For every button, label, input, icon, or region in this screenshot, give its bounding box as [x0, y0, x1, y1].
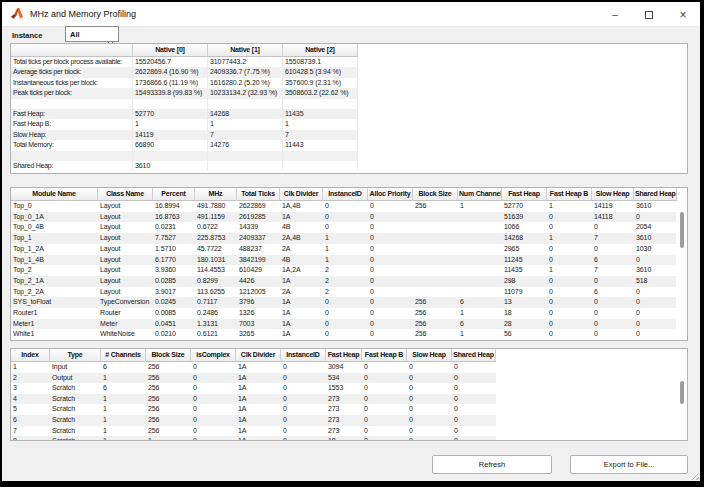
table-cell[interactable]: Top_0 — [11, 201, 98, 212]
table-cell[interactable] — [458, 212, 502, 223]
table-cell[interactable]: 15520456.7 — [133, 57, 208, 67]
table-cell[interactable]: 0 — [368, 308, 413, 319]
table-cell[interactable]: 0 — [281, 383, 326, 394]
table-row[interactable] — [11, 151, 358, 161]
table-cell[interactable]: 0 — [191, 404, 236, 415]
table-cell[interactable]: Total Memory: — [11, 140, 133, 150]
table-cell[interactable]: 0 — [368, 201, 413, 212]
table-cell[interactable]: 14268 — [502, 233, 547, 244]
table-cell[interactable]: Scratch — [50, 383, 101, 394]
table-row[interactable]: White1WhiteNoise0.02100.612132651A002561… — [11, 329, 677, 340]
table-cell[interactable]: 1A — [280, 308, 323, 319]
table-cell[interactable]: 0.7117 — [195, 297, 237, 308]
export-button[interactable]: Export to File... — [570, 455, 688, 474]
table-cell[interactable]: 610429 — [237, 265, 280, 276]
table-cell[interactable]: 7003 — [237, 319, 280, 330]
table-cell[interactable] — [413, 222, 458, 233]
table-cell[interactable]: 0 — [368, 276, 413, 287]
table-cell[interactable]: 0 — [368, 255, 413, 266]
table-cell[interactable]: 1A — [236, 436, 281, 441]
table-cell[interactable]: 0 — [634, 319, 677, 330]
table-cell[interactable]: 256 — [146, 362, 191, 373]
table-cell[interactable]: 256 — [146, 373, 191, 384]
table-cell[interactable]: 8 — [11, 436, 50, 441]
table-cell[interactable]: 256 — [413, 308, 458, 319]
table-cell[interactable]: 0 — [452, 362, 496, 373]
table-cell[interactable]: 0 — [407, 436, 452, 441]
table-cell[interactable]: 225.8753 — [195, 233, 237, 244]
table-cell[interactable] — [283, 99, 358, 109]
table-cell[interactable]: 256 — [146, 415, 191, 426]
table-cell[interactable]: 31077443.2 — [208, 57, 283, 67]
table-row[interactable]: Fast Heap B:111 — [11, 119, 358, 129]
table-cell[interactable]: 11245 — [502, 255, 547, 266]
table-cell[interactable]: 2A,4B — [280, 233, 323, 244]
table-cell[interactable]: 0 — [368, 297, 413, 308]
table-cell[interactable]: 298 — [502, 276, 547, 287]
table-cell[interactable]: 1326 — [237, 308, 280, 319]
table-cell[interactable]: 1 — [208, 119, 283, 129]
table-cell[interactable]: 0 — [368, 319, 413, 330]
table-cell[interactable]: 3796 — [237, 297, 280, 308]
table-cell[interactable]: 0 — [547, 308, 592, 319]
table-cell[interactable]: 6 — [458, 319, 502, 330]
table-row[interactable]: Fast Heap:527701426811435 — [11, 109, 358, 119]
table-cell[interactable] — [413, 287, 458, 298]
table-cell[interactable]: 518 — [634, 276, 677, 287]
table-cell[interactable]: 0 — [634, 212, 677, 223]
table-cell[interactable]: 0 — [407, 426, 452, 437]
table-cell[interactable]: 0 — [281, 394, 326, 405]
table-cell[interactable]: 1 — [101, 394, 146, 405]
table-cell[interactable]: 0.2486 — [195, 308, 237, 319]
table-cell[interactable]: 6 — [11, 415, 50, 426]
table-cell[interactable]: Top_2 — [11, 265, 98, 276]
table-row[interactable]: Shared Heap:3610 — [11, 161, 358, 171]
table-cell[interactable]: 1A — [280, 329, 323, 340]
table-cell[interactable]: White1 — [11, 329, 98, 340]
table-cell[interactable]: 0 — [362, 436, 407, 441]
table-cell[interactable]: 16.8994 — [153, 201, 195, 212]
table-row[interactable]: Top_0Layout16.8994491.788026228691A,4B00… — [11, 201, 677, 212]
table-cell[interactable]: 6 — [458, 297, 502, 308]
table-cell[interactable]: 1 — [101, 404, 146, 415]
table-cell[interactable]: Top_2_2A — [11, 287, 98, 298]
table-cell[interactable]: 1A — [280, 297, 323, 308]
table-cell[interactable] — [413, 265, 458, 276]
table-cell[interactable]: 1 — [101, 373, 146, 384]
table-row[interactable]: Slow Heap:1411977 — [11, 130, 358, 140]
table-cell[interactable]: 256 — [146, 404, 191, 415]
table-cell[interactable]: 28 — [502, 319, 547, 330]
table-cell[interactable]: 2A — [280, 244, 323, 255]
table-cell[interactable]: 0 — [362, 394, 407, 405]
table-cell[interactable]: 0 — [191, 383, 236, 394]
table-row[interactable]: Average ticks per block:2622869.4 (16.90… — [11, 67, 358, 77]
table-cell[interactable] — [208, 151, 283, 161]
table-cell[interactable]: 11443 — [283, 140, 358, 150]
table-cell[interactable]: 4426 — [237, 276, 280, 287]
table-cell[interactable]: Top_0_1A — [11, 212, 98, 223]
table-cell[interactable]: 1 — [547, 265, 592, 276]
table-cell[interactable]: 2965 — [502, 244, 547, 255]
table-cell[interactable]: 3508603.2 (22.62 %) — [283, 88, 358, 98]
table-row[interactable]: Router1Router0.00850.248613261A002561180… — [11, 308, 677, 319]
table-cell[interactable]: 1 — [146, 436, 191, 441]
table-cell[interactable]: 6 — [101, 383, 146, 394]
table-cell[interactable]: Top_2_1A — [11, 276, 98, 287]
table-cell[interactable]: 0 — [191, 373, 236, 384]
table-cell[interactable]: 0.0210 — [153, 329, 195, 340]
table-cell[interactable]: Layout — [98, 222, 153, 233]
table-row[interactable]: Top_2Layout3.9360114.45536104291A,2A2011… — [11, 265, 677, 276]
table-cell[interactable]: 1 — [283, 119, 358, 129]
table-cell[interactable]: 1 — [323, 255, 368, 266]
table-cell[interactable]: 18 — [326, 436, 362, 441]
table-cell[interactable]: 6 — [592, 255, 634, 266]
table-cell[interactable]: Layout — [98, 244, 153, 255]
table-cell[interactable]: WhiteNoise — [98, 329, 153, 340]
table-cell[interactable]: 1 — [323, 233, 368, 244]
table-cell[interactable]: 14119 — [133, 130, 208, 140]
table-cell[interactable]: 0 — [407, 404, 452, 415]
table-cell[interactable]: 2409336.7 (7.75 %) — [208, 67, 283, 77]
table-cell[interactable] — [413, 212, 458, 223]
table-cell[interactable]: 0.6121 — [195, 329, 237, 340]
titlebar[interactable]: MHz and Memory Profiling – × — [2, 2, 700, 27]
